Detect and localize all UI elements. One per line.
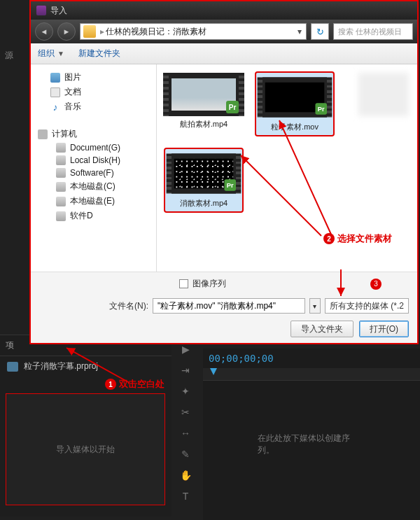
project-filename: 粒子消散字幕.prproj (24, 360, 98, 372)
media-drop-zone[interactable]: 导入媒体以开始 (6, 393, 165, 505)
tree-drive[interactable]: 本地磁盘(C) (31, 179, 156, 194)
timeline-placeholder: 在此处放下媒体以创建序列。 (258, 433, 366, 456)
tree-drive[interactable]: 软件D (31, 209, 156, 223)
folder-icon (83, 25, 96, 38)
import-folder-button[interactable]: 导入文件夹 (290, 321, 354, 337)
navbar: ◄ ► ▸ 仕林的视频日记：消散素材 ▾ ↻ 搜索 仕林的视频日 (31, 20, 417, 43)
drive-icon (56, 168, 66, 178)
file-name: 航拍素材.mp4 (180, 119, 227, 129)
ripple-tool-icon[interactable]: ✦ (179, 385, 192, 398)
drive-icon (56, 182, 66, 192)
file-item[interactable]: Pr 航拍素材.mp4 (165, 73, 242, 135)
path-breadcrumb[interactable]: ▸ 仕林的视频日记：消散素材 ▾ (80, 23, 307, 40)
music-icon: ♪ (50, 102, 60, 112)
tree-pictures[interactable]: 图片 (31, 70, 156, 85)
organize-menu[interactable]: 组织 ▼ (38, 48, 64, 59)
timecode[interactable]: 00;00;00;00 (203, 349, 420, 368)
tree-drive[interactable]: 本地磁盘(E) (31, 194, 156, 209)
image-sequence-checkbox[interactable] (179, 279, 188, 288)
open-button[interactable]: 打开(O) (359, 321, 409, 337)
refresh-button[interactable]: ↻ (311, 23, 329, 40)
pen-tool-icon[interactable]: ✎ (179, 448, 192, 461)
tree-drive[interactable]: Software(F) (31, 167, 156, 179)
file-browser[interactable]: Pr 航拍素材.mp4 Pr 粒子素材.mov Pr 消散素材.mp4 (157, 64, 417, 272)
playhead-icon[interactable] (210, 368, 217, 375)
timeline-ruler[interactable] (203, 368, 420, 381)
file-thumbnail: Pr (169, 73, 239, 116)
import-dialog: 导入 ◄ ► ▸ 仕林的视频日记：消散素材 ▾ ↻ 搜索 仕林的视频日 组织 ▼… (29, 0, 419, 344)
hand-tool-icon[interactable]: ✋ (179, 469, 192, 482)
back-button[interactable]: ◄ (35, 22, 53, 41)
drive-icon (56, 155, 66, 165)
file-name: 消散素材.mp4 (180, 198, 227, 209)
dialog-title: 导入 (50, 5, 67, 17)
premiere-badge-icon: Pr (315, 103, 327, 115)
app-icon (36, 6, 46, 15)
filetype-select[interactable]: 所有支持的媒体 (*.2 (325, 298, 409, 314)
documents-icon (50, 87, 60, 97)
computer-icon (38, 129, 48, 139)
project-item[interactable]: 粒子消散字幕.prproj (0, 356, 172, 377)
slip-tool-icon[interactable]: ↔ (179, 427, 192, 440)
annotation-2-text: 选择文件素材 (337, 232, 392, 245)
annotation-badge-2: 2 (323, 233, 335, 244)
drive-icon (56, 197, 66, 206)
dialog-toolbar: 组织 ▼ 新建文件夹 (31, 43, 417, 64)
dialog-bottom: 图像序列 3 文件名(N): ▾ 所有支持的媒体 (*.2 导入文件夹 (31, 272, 417, 343)
premiere-badge-icon: Pr (226, 101, 239, 113)
forward-button[interactable]: ► (57, 22, 76, 41)
search-input[interactable]: 搜索 仕林的视频日 (333, 23, 413, 40)
path-text: 仕林的视频日记：消散素材 (106, 26, 206, 38)
path-dropdown-icon[interactable]: ▾ (293, 27, 306, 36)
file-thumbnail: Pr (172, 153, 236, 193)
project-icon (7, 362, 18, 372)
razor-tool-icon[interactable]: ✂ (179, 406, 192, 419)
selection-tool-icon[interactable]: ▶ (179, 343, 192, 356)
new-folder-button[interactable]: 新建文件夹 (78, 48, 120, 59)
tree-drive[interactable]: Local Disk(H) (31, 154, 156, 167)
pictures-icon (50, 73, 60, 83)
filename-dropdown[interactable]: ▾ (309, 298, 321, 314)
image-sequence-label: 图像序列 (192, 278, 226, 290)
source-tab[interactable]: 源 (0, 38, 18, 50)
chevron-down-icon: ▼ (57, 50, 64, 57)
tree-music[interactable]: ♪音乐 (31, 99, 156, 114)
file-item[interactable]: Pr 粒子素材.mov (256, 73, 333, 135)
titlebar: 导入 (31, 1, 417, 20)
timeline-panel: 00;00;00;00 在此处放下媒体以创建序列。 (203, 349, 420, 520)
tree-documents[interactable]: 文档 (31, 85, 156, 99)
drive-icon (56, 143, 66, 153)
tree-drive[interactable]: Document(G) (31, 141, 156, 154)
annotation-badge-3: 3 (370, 279, 382, 290)
file-thumbnail: Pr (262, 77, 327, 117)
file-blurred (358, 73, 409, 116)
drop-placeholder-text: 导入媒体以开始 (56, 444, 115, 456)
filename-label: 文件名(N): (109, 300, 148, 312)
track-select-tool-icon[interactable]: ⇥ (179, 364, 192, 377)
timeline-tools: ▶ ⇥ ✦ ✂ ↔ ✎ ✋ T (175, 343, 196, 503)
premiere-badge-icon: Pr (224, 179, 236, 191)
drive-icon (56, 211, 66, 221)
folder-tree: 图片 文档 ♪音乐 计算机 Document(G) Local Disk(H) … (31, 64, 157, 272)
file-item[interactable]: Pr 消散素材.mp4 (165, 149, 242, 211)
tree-computer[interactable]: 计算机 (31, 127, 156, 141)
file-name: 粒子素材.mov (271, 122, 318, 132)
type-tool-icon[interactable]: T (179, 490, 192, 503)
filename-input[interactable] (153, 298, 305, 314)
